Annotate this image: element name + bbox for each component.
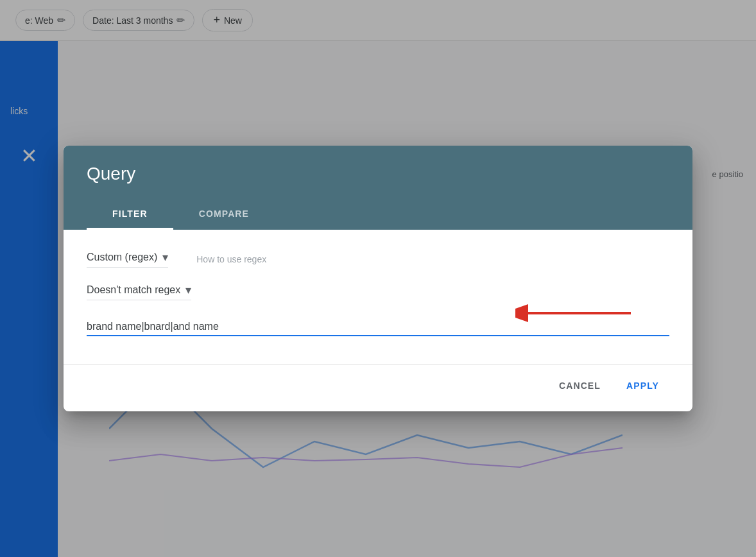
type-dropdown-label: Custom (regex) [87,252,157,263]
modal-title: Query [87,164,669,184]
modal-header: Query FILTER COMPARE [64,146,692,230]
filter-type-row: Custom (regex) ▾ How to use regex [87,250,669,268]
modal-overlay: Query FILTER COMPARE Custom (regex) ▾ [0,0,756,557]
modal-tabs: FILTER COMPARE [87,200,669,230]
tab-filter[interactable]: FILTER [87,200,173,230]
match-row: Doesn't match regex ▾ [87,283,669,300]
tab-compare[interactable]: COMPARE [173,200,275,230]
match-dropdown[interactable]: Doesn't match regex ▾ [87,283,191,300]
match-dropdown-label: Doesn't match regex [87,284,180,296]
match-dropdown-arrow-icon: ▾ [185,283,191,297]
cancel-button[interactable]: CANCEL [549,375,611,396]
regex-input[interactable] [87,318,669,336]
regex-help-link[interactable]: How to use regex [196,254,266,264]
query-modal: Query FILTER COMPARE Custom (regex) ▾ [64,146,692,411]
modal-footer: CANCEL APPLY [64,364,692,411]
type-dropdown-arrow-icon: ▾ [162,250,168,264]
apply-button[interactable]: APPLY [616,375,669,396]
regex-input-container [87,318,669,336]
modal-body: Custom (regex) ▾ How to use regex Doesn'… [64,230,692,364]
type-dropdown[interactable]: Custom (regex) ▾ [87,250,168,268]
